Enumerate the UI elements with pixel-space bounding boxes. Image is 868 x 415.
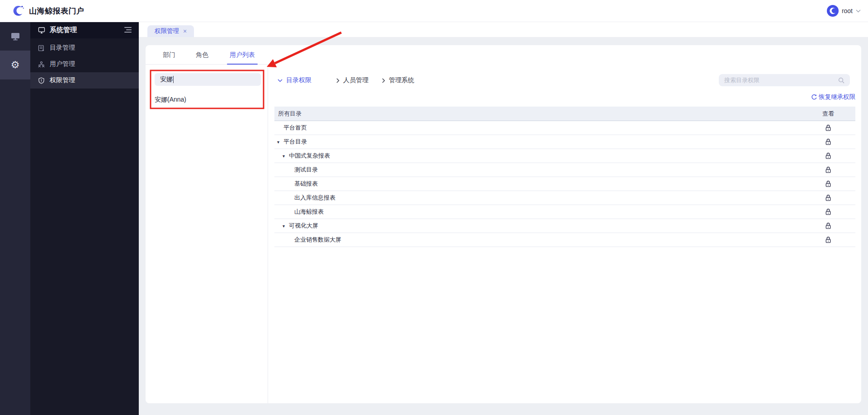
monitor-icon [11, 32, 20, 41]
restore-label: 恢复继承权限 [819, 93, 855, 101]
active-tab-indicator [227, 64, 258, 65]
view-cell [801, 124, 855, 131]
directory-table: 所有目录 查看 ▾ 平台首页 ▾ 平台目录 [274, 107, 855, 247]
user-tabs-nav: 部门 角色 用户列表 [146, 45, 268, 65]
avatar-logo-icon [829, 7, 837, 15]
table-row[interactable]: ▾ 山海鲸报表 [274, 205, 855, 219]
table-row[interactable]: ▾ 基础报表 [274, 177, 855, 191]
view-cell [801, 180, 855, 187]
table-body: ▾ 平台首页 ▾ 平台目录 [274, 121, 855, 247]
sidebar-header-label: 系统管理 [50, 26, 77, 34]
directory-cell: ▾ 测试目录 [274, 166, 801, 174]
tab-user-list[interactable]: 用户列表 [230, 45, 255, 64]
collapse-menu-icon[interactable] [124, 27, 132, 33]
table-row[interactable]: ▾ 出入库信息报表 [274, 191, 855, 205]
chevron-down-icon [856, 9, 861, 13]
view-cell [801, 208, 855, 215]
view-cell [801, 138, 855, 145]
sidebar-item-permission-mgmt[interactable]: 权限管理 [30, 72, 139, 89]
search-icon [838, 77, 844, 84]
lock-icon[interactable] [825, 208, 831, 215]
permission-search-input[interactable]: 搜索目录权限 [719, 74, 850, 86]
directory-cell: ▾ 可视化大屏 [274, 222, 801, 230]
directory-name: 中国式复杂报表 [289, 152, 330, 160]
user-search-value: 安娜 [160, 75, 173, 84]
directory-name: 平台目录 [283, 138, 307, 146]
table-row[interactable]: ▾ 测试目录 [274, 163, 855, 177]
sidebar-item-directory-mgmt[interactable]: 目录管理 [30, 40, 139, 56]
icon-rail: ⚙ [0, 22, 30, 415]
directory-name: 测试目录 [294, 166, 318, 174]
users-icon [38, 61, 45, 68]
expand-caret-icon[interactable]: ▾ [277, 140, 283, 145]
chevron-down-icon [278, 79, 283, 82]
user-menu[interactable]: root [827, 0, 861, 22]
section-management-system[interactable]: 管理系统 [382, 76, 414, 84]
doc-tab-permission[interactable]: 权限管理 × [147, 25, 194, 37]
directory-name: 出入库信息报表 [294, 194, 335, 202]
close-icon[interactable]: × [183, 28, 187, 34]
sidebar-item-label: 权限管理 [50, 76, 75, 84]
topbar: 山海鲸报表门户 root [0, 0, 868, 22]
document-icon [38, 45, 45, 51]
view-cell [801, 222, 855, 229]
chevron-right-icon [336, 78, 340, 83]
lock-icon[interactable] [825, 166, 831, 173]
directory-name: 平台首页 [283, 124, 307, 132]
table-row[interactable]: ▾ 平台首页 [274, 121, 855, 135]
directory-cell: ▾ 平台目录 [274, 138, 801, 146]
lock-icon[interactable] [825, 180, 831, 187]
expand-caret-icon[interactable]: ▾ [283, 154, 289, 159]
sidebar-items: 目录管理 用户管理 权限管理 [30, 38, 139, 89]
table-row[interactable]: ▾ 平台目录 [274, 135, 855, 149]
doc-tab-label: 权限管理 [155, 27, 179, 35]
column-divider [268, 64, 268, 403]
tab-department[interactable]: 部门 [163, 45, 175, 64]
view-cell [801, 152, 855, 159]
lock-icon[interactable] [825, 138, 831, 145]
sidebar-item-user-mgmt[interactable]: 用户管理 [30, 56, 139, 72]
restore-inherited-permission-link[interactable]: 恢复继承权限 [787, 93, 855, 101]
directory-name: 山海鲸报表 [294, 208, 324, 216]
user-list-item[interactable]: 安娜(Anna) [155, 96, 186, 104]
tab-role[interactable]: 角色 [196, 45, 208, 64]
lock-icon[interactable] [825, 236, 831, 243]
directory-cell: ▾ 出入库信息报表 [274, 194, 801, 202]
column-all-directories: 所有目录 [274, 110, 801, 118]
search-placeholder: 搜索目录权限 [724, 76, 760, 84]
table-row[interactable]: ▾ 中国式复杂报表 [274, 149, 855, 163]
directory-name: 企业销售数据大屏 [294, 236, 341, 244]
sidebar-item-label: 用户管理 [50, 60, 75, 68]
username-label: root [842, 7, 853, 14]
expand-caret-icon[interactable]: ▾ [283, 224, 289, 228]
avatar [827, 5, 839, 17]
tabstrip: 权限管理 × [139, 22, 868, 37]
lock-icon[interactable] [825, 124, 831, 131]
view-cell [801, 166, 855, 173]
user-search-input[interactable]: 安娜 [155, 73, 261, 86]
column-view: 查看 [801, 110, 855, 118]
shield-icon [38, 77, 45, 84]
rail-item-settings[interactable]: ⚙ [0, 51, 30, 79]
directory-name: 基础报表 [294, 180, 318, 188]
directory-cell: ▾ 基础报表 [274, 180, 801, 188]
gear-icon: ⚙ [11, 60, 20, 70]
table-row[interactable]: ▾ 企业销售数据大屏 [274, 233, 855, 247]
rail-item-dashboard[interactable] [0, 22, 30, 51]
system-screen-icon [38, 27, 45, 34]
section-personnel-mgmt[interactable]: 人员管理 [336, 76, 368, 84]
table-row[interactable]: ▾ 可视化大屏 [274, 219, 855, 233]
table-header-row: 所有目录 查看 [274, 107, 855, 121]
section-directory-permission[interactable]: 目录权限 [278, 76, 311, 84]
view-cell [801, 194, 855, 201]
lock-icon[interactable] [825, 194, 831, 201]
directory-cell: ▾ 中国式复杂报表 [274, 152, 801, 160]
app-logo-icon [12, 5, 24, 17]
directory-cell: ▾ 平台首页 [274, 124, 801, 132]
refresh-icon [811, 94, 817, 100]
lock-icon[interactable] [825, 152, 831, 159]
sidebar-item-label: 目录管理 [50, 44, 75, 52]
lock-icon[interactable] [825, 222, 831, 229]
sidebar-header: 系统管理 [30, 22, 139, 38]
chevron-right-icon [382, 78, 385, 83]
